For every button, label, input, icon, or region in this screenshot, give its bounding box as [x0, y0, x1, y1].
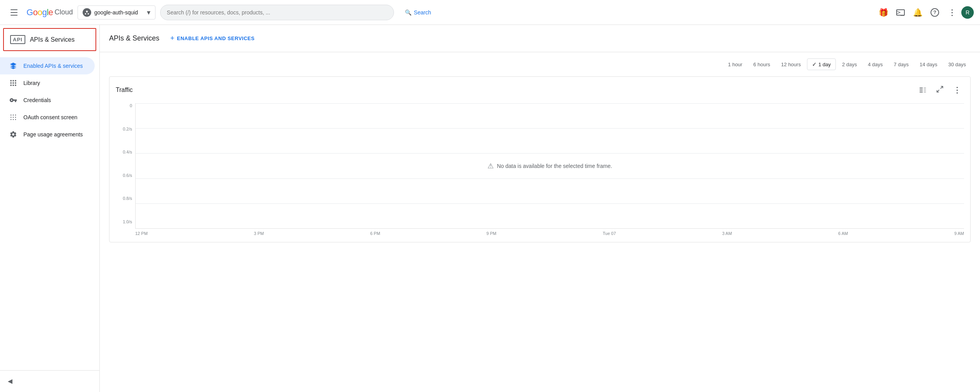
terminal-icon-button[interactable]: >_: [893, 5, 908, 20]
time-filter-2d[interactable]: 2 days: [837, 59, 862, 70]
chart-area: 1.0/s 0.8/s 0.6/s 0.4/s 0.2/s 0: [116, 103, 964, 236]
chart-more-button[interactable]: ⋮: [950, 83, 964, 97]
enabled-apis-label: Enabled APIs & services: [23, 63, 83, 69]
svg-point-1: [85, 13, 87, 14]
search-bar: [160, 5, 394, 20]
chart-legend-button[interactable]: [916, 83, 930, 97]
y-label-3: 0.6/s: [123, 173, 132, 178]
grid-line-4: [136, 203, 964, 204]
page-usage-icon: [9, 131, 17, 138]
page-header: APIs & Services + ENABLE APIS AND SERVIC…: [100, 25, 980, 52]
more-icon: ⋮: [948, 8, 956, 17]
check-icon: ✓: [812, 61, 817, 67]
chart-expand-button[interactable]: [933, 83, 947, 97]
project-selector[interactable]: google-auth-squid ▾: [78, 5, 155, 19]
bell-icon: 🔔: [913, 8, 923, 17]
search-icon: 🔍: [405, 9, 411, 16]
svg-line-27: [941, 86, 943, 88]
library-icon: [9, 79, 17, 87]
search-input[interactable]: [167, 9, 387, 16]
time-filter-7d[interactable]: 7 days: [889, 59, 913, 70]
time-filter-1d[interactable]: ✓ 1 day: [807, 58, 836, 70]
svg-rect-9: [11, 85, 12, 86]
sidebar-collapse-button[interactable]: ◄: [0, 370, 99, 392]
y-label-2: 0.4/s: [123, 150, 132, 154]
svg-point-19: [13, 119, 14, 120]
x-label-4: Tue 07: [603, 231, 616, 236]
svg-rect-10: [12, 85, 14, 86]
project-dropdown-arrow: ▾: [147, 8, 150, 17]
chart-y-axis: 1.0/s 0.8/s 0.6/s 0.4/s 0.2/s 0: [116, 103, 135, 236]
project-name: google-auth-squid: [94, 9, 144, 16]
enable-apis-button[interactable]: + ENABLE APIS AND SERVICES: [166, 31, 259, 46]
legend-icon: [919, 87, 927, 94]
time-filter-30d[interactable]: 30 days: [943, 59, 971, 70]
time-filter-6h[interactable]: 6 hours: [749, 59, 775, 70]
svg-point-14: [15, 115, 16, 116]
time-filter-12h[interactable]: 12 hours: [777, 59, 806, 70]
chart-title: Traffic: [116, 87, 133, 94]
main-content: APIs & Services + ENABLE APIS AND SERVIC…: [100, 25, 980, 392]
time-filter-4d[interactable]: 4 days: [863, 59, 887, 70]
svg-point-18: [11, 119, 12, 120]
svg-point-13: [13, 115, 14, 116]
x-label-1: 3 PM: [254, 231, 264, 236]
terminal-icon: >_: [896, 9, 905, 16]
chart-grid: ⚠ No data is available for the selected …: [135, 103, 964, 229]
svg-rect-7: [12, 82, 14, 83]
svg-rect-8: [15, 82, 16, 83]
x-label-3: 9 PM: [486, 231, 496, 236]
expand-icon: [936, 85, 944, 95]
y-label-5: 1.0/s: [123, 219, 132, 224]
svg-point-16: [13, 117, 14, 118]
google-cloud-logo[interactable]: Google Cloud: [26, 7, 73, 18]
search-button[interactable]: 🔍 Search: [399, 6, 437, 19]
chart-plot: ⚠ No data is available for the selected …: [135, 103, 964, 236]
sidebar-item-oauth[interactable]: OAuth consent screen: [0, 109, 95, 126]
warning-icon: ⚠: [487, 162, 494, 170]
help-button[interactable]: ?: [927, 5, 943, 20]
oauth-icon: [9, 113, 17, 121]
hamburger-menu-button[interactable]: [6, 5, 22, 20]
no-data-overlay: ⚠ No data is available for the selected …: [487, 162, 612, 170]
svg-rect-11: [15, 85, 16, 86]
credentials-label: Credentials: [23, 97, 51, 103]
time-filter-1h[interactable]: 1 hour: [723, 59, 747, 70]
x-label-6: 6 AM: [838, 231, 848, 236]
project-icon: [83, 8, 91, 17]
x-label-7: 9 AM: [954, 231, 964, 236]
more-options-button[interactable]: ⋮: [944, 5, 960, 20]
plus-icon: +: [170, 34, 175, 42]
grid-line-1: [136, 128, 964, 129]
sidebar-item-library[interactable]: Library: [0, 74, 95, 92]
grid-line-3: [136, 178, 964, 179]
sidebar: API APIs & Services Enabled APIs & servi…: [0, 25, 100, 392]
credentials-icon: [9, 96, 17, 104]
notifications-button[interactable]: 🔔: [910, 5, 925, 20]
user-avatar[interactable]: R: [961, 6, 974, 19]
sidebar-item-credentials[interactable]: Credentials: [0, 92, 95, 109]
sidebar-api-header[interactable]: API APIs & Services: [3, 28, 96, 51]
enabled-apis-icon: [9, 62, 17, 70]
logo-google-text: Google: [26, 7, 53, 18]
svg-point-2: [88, 13, 89, 14]
svg-rect-4: [12, 80, 14, 81]
y-label-4: 0.8/s: [123, 196, 132, 201]
page-title: APIs & Services: [109, 34, 159, 42]
grid-line-top: [136, 103, 964, 104]
page-usage-label: Page usage agreements: [23, 131, 83, 138]
svg-rect-6: [11, 82, 12, 83]
oauth-label: OAuth consent screen: [23, 114, 78, 120]
chart-more-icon: ⋮: [953, 85, 961, 95]
sidebar-item-page-usage[interactable]: Page usage agreements: [0, 126, 95, 143]
time-filter-14d[interactable]: 14 days: [915, 59, 942, 70]
help-icon: ?: [931, 8, 939, 17]
grid-line-2: [136, 153, 964, 154]
header-icons: 🎁 >_ 🔔 ? ⋮ R: [876, 5, 974, 20]
gift-icon-button[interactable]: 🎁: [876, 5, 891, 20]
svg-rect-5: [15, 80, 16, 81]
x-label-2: 6 PM: [370, 231, 380, 236]
main-layout: API APIs & Services Enabled APIs & servi…: [0, 25, 980, 392]
sidebar-item-enabled-apis[interactable]: Enabled APIs & services: [0, 57, 95, 74]
svg-point-12: [11, 115, 12, 116]
